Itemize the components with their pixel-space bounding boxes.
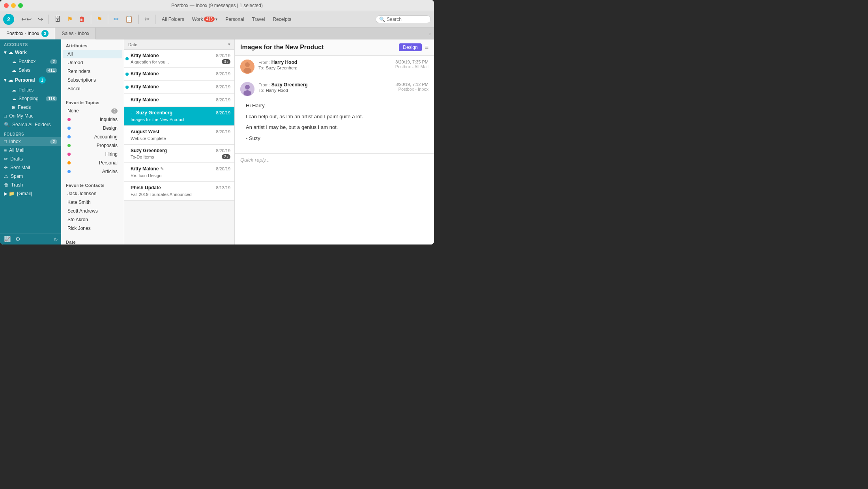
flag-button[interactable]: ⚑	[65, 14, 75, 24]
activity-icon[interactable]: 📈	[4, 236, 11, 242]
spam-icon: ⚠	[4, 174, 8, 179]
table-row[interactable]: Kitty Malone 8/20/19	[124, 81, 234, 94]
table-row[interactable]: Kitty Malone 8/20/19	[124, 68, 234, 81]
forward-button[interactable]: ↪	[36, 14, 45, 24]
work-tab[interactable]: Work 413 ▾	[189, 16, 221, 23]
cloud-icon: ☁	[12, 96, 16, 101]
sidebar-item-trash[interactable]: 🗑 Trash	[0, 181, 61, 189]
sidebar-item-inbox[interactable]: □ Inbox 2	[0, 137, 61, 146]
date-header: Date	[61, 236, 124, 244]
toolbar: 2 ↩↩ ↪ 🗄 ⚑ 🗑 ⚑ ✏ 📋 ✂ All Folders Work 41…	[0, 11, 434, 28]
sidebar-item-gmail[interactable]: ▶ 📁 [Gmail]	[0, 189, 61, 198]
rss-icon: ⊞	[12, 105, 15, 110]
title-bar: Postbox — Inbox (9 messages | 1 selected…	[0, 0, 434, 11]
sidebar-item-shopping[interactable]: ☁ Shopping 118	[8, 94, 61, 103]
svg-point-5	[243, 90, 251, 96]
receipts-tab[interactable]: Receipts	[269, 16, 294, 23]
sidebar-item-on-my-mac[interactable]: □ On My Mac	[0, 112, 61, 120]
filter-contact-kate[interactable]: Kate Smith	[63, 198, 122, 207]
design-tag-button[interactable]: Design	[399, 43, 421, 51]
filter-social[interactable]: Social	[63, 84, 122, 93]
personal-tab[interactable]: Personal	[222, 16, 247, 23]
filter-subscriptions[interactable]: Subscriptions	[63, 76, 122, 84]
tab-postbox-inbox[interactable]: Postbox - Inbox 3	[0, 28, 55, 39]
all-folders-tab[interactable]: All Folders	[159, 16, 187, 23]
table-row[interactable]: Phish Update 8/13/19 Fall 2019 Tourdates…	[124, 182, 234, 201]
maximize-button[interactable]	[18, 3, 23, 8]
sidebar-footer: 📈 ⚙ ⎋	[0, 233, 61, 244]
filter-contact-sto[interactable]: Sto Akron	[63, 215, 122, 224]
filter-reminders[interactable]: Reminders	[63, 67, 122, 76]
cloud-icon: ☁	[12, 68, 16, 73]
tabs-bar: Postbox - Inbox 3 Sales - Inbox ›	[0, 28, 434, 39]
window-controls	[4, 3, 23, 8]
edit-icon: ✎	[160, 166, 164, 172]
table-row[interactable]: August West 8/20/19 Website Complete	[124, 126, 234, 145]
filter-topic-articles[interactable]: Articles	[63, 167, 122, 176]
sidebar-item-postbox[interactable]: ☁ Postbox 2	[8, 57, 61, 66]
toolbar-separator-2	[91, 15, 91, 24]
folder-icon: ▶ 📁	[4, 191, 15, 196]
table-row[interactable]: Kitty Malone ✎ 8/20/19 Re: Icon Design	[124, 163, 234, 182]
sidebar-item-search-all[interactable]: 🔍 Search All Folders	[0, 120, 61, 129]
filter-topic-design[interactable]: Design	[63, 124, 122, 133]
calendar-button[interactable]: 📋	[123, 14, 135, 24]
message-list-header: Date ▾	[124, 39, 234, 50]
close-button[interactable]	[4, 3, 9, 8]
sidebar-item-politics[interactable]: ☁ Politics	[8, 86, 61, 94]
email-card-1: From: Harry Hood To: Suzy Greenberg 8/20…	[235, 56, 434, 78]
table-row[interactable]: Kitty Malone 8/20/19 A question for you.…	[124, 50, 234, 68]
filter-topic-personal[interactable]: Personal	[63, 159, 122, 167]
app-container: Postbox — Inbox (9 messages | 1 selected…	[0, 0, 434, 244]
drafts-icon: ✏	[4, 156, 8, 162]
filter-all[interactable]: All	[63, 50, 122, 58]
filter-topic-inquiries[interactable]: Inquiries	[63, 115, 122, 124]
attributes-header: Attributes	[61, 39, 124, 50]
minimize-button[interactable]	[11, 3, 16, 8]
archive-button[interactable]: 🗄	[52, 14, 63, 24]
filter-panel: Attributes All Unread Reminders Subscrip…	[61, 39, 124, 244]
email-body: Hi Harry, I can help out, as I'm an arti…	[240, 96, 428, 149]
filter-topic-none[interactable]: None 2	[63, 106, 122, 115]
compose-button[interactable]: ✏	[111, 14, 121, 24]
sidebar-item-all-mail[interactable]: ≡ All Mail	[0, 146, 61, 155]
search-box[interactable]: 🔍	[376, 15, 431, 23]
reply-all-button[interactable]: ↩↩	[19, 14, 34, 24]
sidebar-item-sales[interactable]: ☁ Sales 411	[8, 66, 61, 75]
travel-tab[interactable]: Travel	[249, 16, 268, 23]
sidebar-item-drafts[interactable]: ✏ Drafts	[0, 155, 61, 163]
tab-overflow-arrow[interactable]: ›	[429, 30, 434, 37]
sidebar-item-spam[interactable]: ⚠ Spam	[0, 172, 61, 181]
svg-point-2	[243, 68, 251, 73]
sidebar-item-sent-mail[interactable]: ✈ Sent Mail	[0, 163, 61, 172]
svg-point-4	[245, 85, 250, 90]
filter-topic-accounting[interactable]: Accounting	[63, 133, 122, 141]
tab-sales-inbox[interactable]: Sales - Inbox	[55, 28, 96, 39]
quick-reply[interactable]: Quick reply...	[235, 153, 434, 166]
table-row[interactable]: Suzy Greenberg 8/20/19 To-Do Items 2 ›	[124, 145, 234, 163]
all-mail-icon: ≡	[4, 147, 7, 153]
sort-label[interactable]: Date	[128, 42, 228, 47]
filter-topic-hiring[interactable]: Hiring	[63, 150, 122, 159]
detail-menu-button[interactable]: ≡	[425, 44, 428, 51]
filter-topic-proposals[interactable]: Proposals	[63, 141, 122, 150]
filter-contact-rick[interactable]: Rick Jones	[63, 224, 122, 233]
delete-button[interactable]: 🗑	[77, 14, 88, 24]
sent-icon: ✈	[4, 165, 8, 170]
email-subject: Images for the New Product	[240, 44, 399, 51]
tag-button[interactable]: ⚑	[94, 14, 105, 24]
sidebar-item-personal[interactable]: ▾ ☁ Personal 1	[0, 75, 61, 86]
filter-contact-scott[interactable]: Scott Andrews	[63, 207, 122, 215]
table-row[interactable]: ← Suzy Greenberg 8/20/19 Images for the …	[124, 107, 234, 126]
filter-unread[interactable]: Unread	[63, 58, 122, 67]
accounts-label: Accounts	[0, 39, 61, 48]
settings-icon[interactable]: ⚙	[15, 236, 21, 242]
filter-contact-jack[interactable]: Jack Johnson	[63, 189, 122, 198]
search-input[interactable]	[387, 17, 426, 22]
tools-button[interactable]: ✂	[142, 14, 152, 24]
signout-icon[interactable]: ⎋	[54, 236, 57, 242]
table-row[interactable]: Kitty Malone 8/20/19	[124, 94, 234, 107]
sidebar-item-work[interactable]: ▾ ☁ Work	[0, 48, 61, 57]
sidebar-item-feeds[interactable]: ⊞ Feeds	[8, 103, 61, 112]
email-card-2: From: Suzy Greenberg To: Harry Hood 8/20…	[235, 78, 434, 153]
